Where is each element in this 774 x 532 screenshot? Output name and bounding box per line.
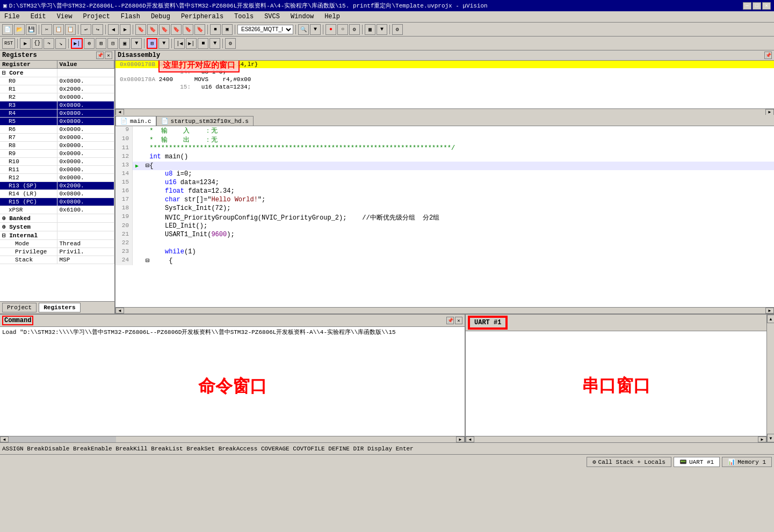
title-bar-controls[interactable]: ─ □ ✕: [743, 2, 771, 10]
menu-view[interactable]: View: [55, 12, 75, 21]
tab-project[interactable]: Project: [2, 303, 37, 312]
bookmark3[interactable]: 🔖: [159, 24, 170, 35]
view-options[interactable]: ▦: [365, 24, 375, 35]
uart-hscroll[interactable]: ◀ ▶: [466, 436, 766, 442]
tab-uart-1[interactable]: 📟 UART #1: [674, 457, 720, 467]
disasm-scroll-right[interactable]: ▶: [765, 109, 774, 115]
debug-misc2[interactable]: ⊟: [107, 38, 118, 49]
uart-vscroll-up[interactable]: ▲: [767, 315, 774, 323]
tab-registers[interactable]: Registers: [39, 303, 80, 312]
misc1[interactable]: ⚙: [392, 24, 403, 35]
reg-r0[interactable]: R0 0x0800.: [0, 77, 114, 85]
menu-help[interactable]: Help: [322, 12, 342, 21]
reg-r4[interactable]: R4 0x0800.: [0, 110, 114, 118]
reg-r13[interactable]: R13 (SP) 0x2000.: [0, 182, 114, 190]
nav-back[interactable]: ◀: [108, 24, 119, 35]
menu-peripherals[interactable]: Peripherals: [179, 12, 226, 21]
code-scroll-right[interactable]: ▶: [765, 308, 774, 314]
menu-flash[interactable]: Flash: [119, 12, 142, 21]
tab-startup[interactable]: 📄 startup_stm32f10x_hd.s: [156, 116, 254, 126]
uart-tab-box[interactable]: UART #1: [468, 316, 508, 330]
uart-vscroll-down[interactable]: ▼: [767, 434, 774, 442]
debug-misc3[interactable]: ▣: [119, 38, 130, 49]
trace1[interactable]: |◀: [174, 38, 185, 49]
nav-fwd[interactable]: ▶: [120, 24, 131, 35]
step-in[interactable]: ↘: [55, 38, 66, 49]
command-pin[interactable]: 📌: [446, 317, 454, 324]
tab-call-stack[interactable]: ⚙ Call Stack + Locals: [587, 457, 671, 467]
cmd-scroll-left[interactable]: ◀: [0, 436, 9, 442]
reg-r1[interactable]: R1 0x2000.: [0, 85, 114, 93]
reg-r14[interactable]: R14 (LR) 0x0800.: [0, 190, 114, 198]
bookmark6[interactable]: 🔖: [194, 24, 205, 35]
debug-misc1[interactable]: ⊞: [96, 38, 106, 49]
reg-r9[interactable]: R9 0x0000.: [0, 150, 114, 158]
code-scroll-track[interactable]: [124, 308, 765, 314]
window-control[interactable]: ⊞: [147, 38, 157, 49]
bookmark2[interactable]: 🔖: [147, 24, 158, 35]
disasm-scroll-track[interactable]: [124, 110, 765, 115]
maximize-button[interactable]: □: [753, 2, 761, 10]
view-dropdown[interactable]: ▼: [377, 24, 387, 35]
uart-scroll-track[interactable]: [474, 436, 758, 442]
disassembly-pin[interactable]: 📌: [764, 52, 772, 59]
tab-main-c[interactable]: 📄 main.c: [115, 116, 156, 126]
build-btn[interactable]: ■: [210, 24, 221, 35]
registers-close[interactable]: ✕: [105, 52, 112, 59]
menu-project[interactable]: Project: [81, 12, 112, 21]
menu-file[interactable]: File: [2, 12, 22, 21]
uart-vscroll-track[interactable]: [767, 323, 774, 434]
step-out[interactable]: {}: [32, 38, 42, 49]
disassembly-controls[interactable]: 📌: [764, 52, 772, 59]
bookmark4[interactable]: 🔖: [171, 24, 182, 35]
build-all[interactable]: ▣: [222, 24, 233, 35]
reg-mode[interactable]: Mode Thread: [0, 240, 114, 248]
reg-xpsr[interactable]: xPSR 0x6100.: [0, 206, 114, 214]
breakpoint-btn[interactable]: ⚙: [225, 38, 236, 49]
copy-button[interactable]: 📋: [53, 24, 64, 35]
bookmark5[interactable]: 🔖: [183, 24, 193, 35]
menu-window[interactable]: Window: [288, 12, 316, 21]
menu-debug[interactable]: Debug: [149, 12, 172, 21]
command-controls[interactable]: 📌 ✕: [446, 317, 462, 324]
menu-edit[interactable]: Edit: [28, 12, 48, 21]
reg-r2[interactable]: R2 0x0000.: [0, 93, 114, 101]
paste-button[interactable]: 📋: [65, 24, 76, 35]
uart-scroll-left[interactable]: ◀: [466, 436, 474, 442]
debug-dropdown1[interactable]: ▼: [131, 38, 142, 49]
window-dropdown[interactable]: ▼: [158, 38, 169, 49]
reg-r12[interactable]: R12 0x0000.: [0, 174, 114, 182]
reg-r8[interactable]: R8 0x0000.: [0, 142, 114, 150]
debug-start[interactable]: ●: [325, 24, 336, 35]
cmd-hscroll[interactable]: ◀ ▶: [0, 436, 465, 442]
uart-vscroll[interactable]: ▲ ▼: [766, 315, 774, 442]
new-button[interactable]: 📄: [2, 24, 13, 35]
target-dropdown[interactable]: ES8266_MQTT_I: [237, 25, 293, 34]
open-button[interactable]: 📂: [14, 24, 25, 35]
reg-privilege[interactable]: Privilege Privil.: [0, 248, 114, 256]
minimize-button[interactable]: ─: [743, 2, 751, 10]
close-button[interactable]: ✕: [762, 2, 771, 10]
save-button[interactable]: 💾: [26, 24, 37, 35]
reg-r6[interactable]: R6 0x0000.: [0, 126, 114, 134]
cmd-scroll-right[interactable]: ▶: [456, 436, 465, 442]
code-scroll-left[interactable]: ◀: [115, 308, 124, 314]
disasm-hscroll[interactable]: ◀ ▶: [115, 108, 774, 115]
trace3[interactable]: ■: [198, 38, 208, 49]
undo-button[interactable]: ↩: [81, 24, 91, 35]
redo-button[interactable]: ↪: [92, 24, 103, 35]
reg-r10[interactable]: R10 0x0000.: [0, 158, 114, 166]
tab-memory-1[interactable]: 📊 Memory 1: [722, 457, 772, 467]
find-btn[interactable]: 🔍: [298, 24, 309, 35]
run-btn[interactable]: ▶: [20, 38, 31, 49]
find-dropdown[interactable]: ▼: [310, 24, 321, 35]
uart-tab[interactable]: UART #1: [469, 317, 507, 329]
cmd-scroll-track[interactable]: [116, 436, 456, 442]
reset-btn[interactable]: RST: [2, 38, 15, 49]
reg-r11[interactable]: R11 0x0000.: [0, 166, 114, 174]
run-to-cursor[interactable]: ▶|: [71, 38, 83, 49]
reg-r7[interactable]: R7 0x0000.: [0, 134, 114, 142]
trace-dropdown[interactable]: ▼: [209, 38, 220, 49]
menu-svcs[interactable]: SVCS: [262, 12, 282, 21]
cut-button[interactable]: ✂: [41, 24, 52, 35]
